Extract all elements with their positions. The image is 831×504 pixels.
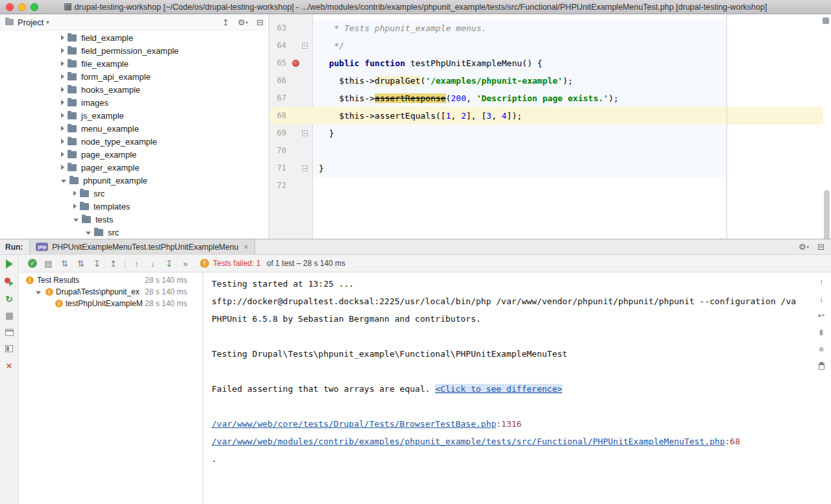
ide-window: drupal-testing-workshop [~/Code/os/drupa…: [0, 0, 831, 504]
chevron-right-icon[interactable]: [61, 87, 64, 92]
project-tree-item[interactable]: images: [0, 96, 269, 109]
chevron-right-icon[interactable]: [61, 74, 64, 79]
folder-icon: [80, 190, 89, 197]
up-stack-trace-button[interactable]: ↑: [819, 278, 824, 287]
code-line[interactable]: [314, 142, 823, 160]
test-tree-item[interactable]: !Drupal\Tests\phpunit_ex28 s 140 ms: [19, 286, 203, 298]
restore-layout-button[interactable]: [5, 329, 14, 336]
collapse-all-icon[interactable]: ↥: [105, 259, 121, 269]
stop-button[interactable]: [6, 313, 13, 320]
project-tree-item[interactable]: src: [0, 187, 269, 200]
project-item-label: node_type_example: [81, 137, 157, 147]
down-stack-trace-button[interactable]: ↓: [819, 294, 824, 304]
project-panel-header[interactable]: Project ▾ ↥⚙▾⊟: [0, 14, 269, 30]
code-area[interactable]: * Tests phpunit_example menus. */ public…: [314, 19, 823, 195]
import-test-results-icon[interactable]: ↧: [161, 259, 177, 269]
chevron-down-icon[interactable]: [73, 219, 79, 222]
chevron-right-icon[interactable]: [73, 191, 77, 196]
console-link[interactable]: /var/www/web/core/tests/Drupal/Tests/Bro…: [212, 419, 496, 429]
chevron-right-icon[interactable]: [61, 61, 64, 66]
zoom-window-button[interactable]: [31, 3, 38, 11]
chevron-down-icon[interactable]: ▾: [46, 19, 49, 25]
chevron-right-icon[interactable]: [61, 100, 64, 105]
code-line[interactable]: $this->assertEquals([1, 2], [3, 4]);: [314, 107, 823, 125]
project-tree-item[interactable]: templates: [0, 200, 269, 213]
toggle-auto-test-button[interactable]: ↻: [5, 295, 13, 304]
test-tree-item[interactable]: !testPhpUnitExampleM28 s 140 ms: [19, 298, 203, 309]
project-item-label: hooks_example: [81, 85, 140, 95]
code-line[interactable]: $this->assertResponse(200, 'Description …: [314, 90, 823, 107]
project-tree-item[interactable]: hooks_example: [0, 83, 269, 96]
hide-panel-icon[interactable]: ⊟: [817, 243, 825, 251]
project-tree-item[interactable]: src: [0, 226, 269, 239]
project-tree-item[interactable]: field_permission_example: [0, 44, 269, 57]
project-tree-item[interactable]: file_example: [0, 57, 269, 70]
chevron-right-icon[interactable]: [61, 152, 64, 157]
close-tab-icon[interactable]: ×: [243, 243, 249, 251]
clear-all-button[interactable]: [819, 363, 825, 370]
chevron-down-icon[interactable]: [61, 180, 66, 183]
run-console[interactable]: Testing started at 13:25 ...sftp://docke…: [204, 272, 831, 504]
chevron-right-icon[interactable]: [61, 126, 64, 131]
project-tree-item[interactable]: page_example: [0, 148, 269, 161]
chevron-right-icon[interactable]: [61, 48, 64, 53]
project-tree-item[interactable]: pager_example: [0, 161, 269, 174]
line-number: 71: [277, 160, 286, 177]
inspections-widget-icon[interactable]: [823, 18, 829, 24]
show-passed-icon[interactable]: ✓: [28, 259, 37, 268]
folder-icon: [68, 86, 77, 93]
fold-marker-icon[interactable]: [302, 165, 308, 171]
project-tree-item[interactable]: form_api_example: [0, 70, 269, 83]
chevron-right-icon[interactable]: [61, 165, 64, 170]
show-test-output-icon[interactable]: ▤: [40, 259, 56, 269]
soft-wrap-button[interactable]: ↩: [818, 311, 825, 320]
project-tree-item[interactable]: tests: [0, 213, 269, 226]
sort-by-duration-icon[interactable]: ⇅: [56, 259, 73, 269]
fold-marker-icon[interactable]: [302, 43, 308, 49]
editor[interactable]: 63646566676869707172 * Tests phpunit_exa…: [270, 14, 831, 239]
close-button[interactable]: ×: [6, 361, 12, 370]
settings-gear-icon[interactable]: ⚙▾: [799, 243, 809, 251]
fold-marker-icon[interactable]: [302, 130, 308, 136]
settings-gear-icon[interactable]: ⚙▾: [238, 18, 248, 27]
titlebar[interactable]: drupal-testing-workshop [~/Code/os/drupa…: [0, 0, 831, 14]
code-line[interactable]: * Tests phpunit_example menus.: [314, 19, 823, 37]
sort-alphabetically-icon[interactable]: ⇅: [73, 259, 89, 269]
run-tab[interactable]: php PHPUnitExampleMenuTest.testPhpUnitEx…: [29, 239, 254, 255]
code-line[interactable]: */: [314, 37, 823, 54]
console-link[interactable]: <Click to see difference>: [435, 384, 562, 394]
collapse-all-icon[interactable]: ↥: [222, 18, 229, 27]
code-line[interactable]: }: [314, 160, 823, 177]
console-link[interactable]: /var/www/web/modules/contrib/examples/ph…: [212, 437, 725, 446]
expand-all-icon[interactable]: ↧: [89, 259, 105, 269]
rerun-failed-tests-button[interactable]: [5, 278, 14, 286]
pin-tab-button[interactable]: [5, 345, 13, 352]
code-line[interactable]: $this->drupalGet('/examples/phpunit-exam…: [314, 72, 823, 90]
chevron-down-icon[interactable]: [36, 291, 41, 294]
rerun-test-button[interactable]: [6, 259, 13, 269]
close-window-button[interactable]: [6, 3, 14, 11]
previous-occurrence-icon[interactable]: ↑: [129, 259, 145, 269]
project-tree-item[interactable]: js_example: [0, 109, 269, 122]
test-tree-item[interactable]: !Test Results28 s 140 ms: [19, 274, 203, 286]
chevron-right-icon[interactable]: [73, 204, 77, 209]
project-tree-item[interactable]: node_type_example: [0, 135, 269, 148]
failed-test-icon[interactable]: [292, 60, 299, 67]
more-chevrons-icon[interactable]: »: [177, 259, 193, 269]
chevron-right-icon[interactable]: [61, 139, 64, 144]
project-tree-item[interactable]: field_example: [0, 31, 269, 44]
chevron-right-icon[interactable]: [61, 113, 64, 118]
print-button[interactable]: ≡: [819, 345, 824, 354]
chevron-down-icon[interactable]: [86, 232, 91, 235]
hide-panel-icon[interactable]: ⊟: [256, 18, 264, 27]
next-occurrence-icon[interactable]: ↓: [145, 259, 161, 269]
scroll-to-end-button[interactable]: ⇟: [818, 328, 825, 337]
code-line[interactable]: [314, 177, 823, 195]
chevron-right-icon[interactable]: [61, 35, 64, 40]
minimize-window-button[interactable]: [18, 3, 26, 11]
code-line[interactable]: }: [314, 125, 823, 142]
editor-scrollbar[interactable]: [824, 190, 830, 239]
project-tree-item[interactable]: phpunit_example: [0, 174, 269, 187]
project-tree-item[interactable]: menu_example: [0, 122, 269, 135]
code-line[interactable]: public function testPhpUnitExampleMenu()…: [314, 54, 823, 72]
